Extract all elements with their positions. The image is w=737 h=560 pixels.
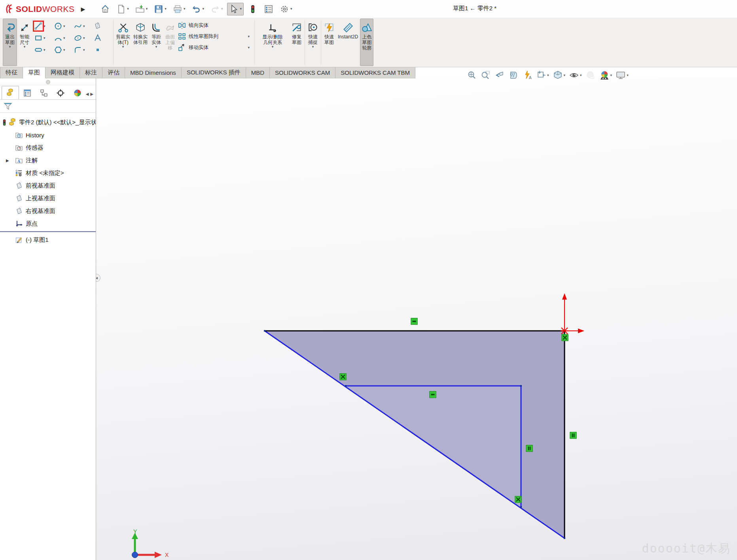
quick-snaps-button[interactable]: 快速 捕捉 ▾ <box>306 19 320 66</box>
tree-item-传感器[interactable]: 传感器 <box>0 141 96 154</box>
hide-show-items-button[interactable]: ▾ <box>569 70 582 80</box>
dropdown-arrow[interactable]: ▾ <box>44 48 45 52</box>
breadcrumb-arrow-icon[interactable]: ▶ <box>81 6 85 12</box>
plane-tool-button[interactable] <box>92 20 112 32</box>
repair-sketch-button[interactable]: 修复 草图 <box>290 19 303 66</box>
tree-item-注解[interactable]: ▶A注解 <box>0 154 96 167</box>
redo-button[interactable]: ▾ <box>208 3 225 15</box>
open-button[interactable]: ▾ <box>133 3 150 15</box>
new-document-button[interactable]: ▾ <box>114 3 131 15</box>
dropdown-arrow[interactable]: ▾ <box>184 7 186 11</box>
dropdown-arrow[interactable]: ▾ <box>580 74 582 77</box>
tab-SOLIDWORKS 插件[interactable]: SOLIDWORKS 插件 <box>182 67 246 78</box>
dropdown-arrow[interactable]: ▾ <box>63 25 65 28</box>
rapid-sketch-button[interactable]: 快速 草图 <box>322 19 336 66</box>
convert-entities-button[interactable]: 转换实 体引用 <box>132 19 149 66</box>
zoom-to-fit-button[interactable] <box>467 70 477 80</box>
line-tool-button[interactable]: ▾ <box>32 20 52 32</box>
tab-标注[interactable]: 标注 <box>80 67 102 78</box>
select-button[interactable]: ▾ <box>227 3 244 15</box>
rollback-bar[interactable] <box>0 231 96 232</box>
tree-item-材质未指定[interactable]: 材质 <未指定> <box>0 167 96 179</box>
horizontal-constraint-icon[interactable] <box>430 391 436 398</box>
view-settings-button[interactable]: ▾ <box>616 70 629 80</box>
tab-评估[interactable]: 评估 <box>102 67 125 78</box>
vertical-constraint-icon[interactable] <box>526 445 533 452</box>
section-view-button[interactable] <box>508 70 519 80</box>
arc-tool-button[interactable]: ▾ <box>52 32 72 44</box>
tab-SOLIDWORKS CAM TBM[interactable]: SOLIDWORKS CAM TBM <box>335 67 415 78</box>
save-button[interactable]: ▾ <box>152 3 169 15</box>
tree-item-上视基准面[interactable]: 上视基准面 <box>0 192 96 205</box>
dropdown-arrow[interactable]: ▾ <box>202 7 204 11</box>
dropdown-arrow[interactable]: ▾ <box>122 45 124 49</box>
offset-entities-button[interactable]: 等距 实体 ▾ <box>150 19 163 66</box>
polygon-tool-button[interactable]: ▾ <box>52 44 72 56</box>
text-tool-button[interactable] <box>92 32 112 44</box>
tree-item-part-root[interactable]: 零件2 (默认) <<默认>_显示状态 <box>0 116 96 129</box>
dropdown-arrow[interactable]: ▾ <box>312 45 314 49</box>
graphics-area[interactable]: ◀ Y X dooooit@木易 <box>96 78 737 560</box>
smart-dimension-button[interactable]: 智能 尺寸 ▾ <box>18 19 31 66</box>
tab-MBD[interactable]: MBD <box>246 67 270 78</box>
dropdown-arrow[interactable]: ▾ <box>290 7 292 11</box>
trim-entities-button[interactable]: 剪裁实 体(T) ▾ <box>115 19 131 66</box>
dropdown-arrow[interactable]: ▾ <box>9 45 11 49</box>
tab-MBD Dimensions[interactable]: MBD Dimensions <box>125 67 182 78</box>
dropdown-arrow[interactable]: ▾ <box>564 74 566 77</box>
dropdown-arrow[interactable]: ▾ <box>44 25 45 28</box>
dropdown-arrow[interactable]: ▾ <box>63 48 65 52</box>
dropdown-arrow[interactable]: ▾ <box>272 45 274 49</box>
view-orientation-button[interactable]: ▾ <box>536 70 549 80</box>
coincident-constraint-icon[interactable] <box>515 496 522 503</box>
dropdown-arrow[interactable]: ▾ <box>627 74 629 77</box>
dropdown-arrow[interactable]: ▾ <box>44 36 45 40</box>
panel-splitter-handle[interactable] <box>0 78 96 85</box>
rectangle-tool-button[interactable]: ▾ <box>32 32 52 44</box>
tree-item-sketch1[interactable]: (-) 草图1 <box>0 233 96 246</box>
vertical-constraint-icon[interactable] <box>570 432 577 439</box>
tree-item-History[interactable]: History <box>0 129 96 141</box>
tab-特征[interactable]: 特征 <box>0 67 23 78</box>
panel-tab-dimxpert-manager[interactable] <box>52 87 69 99</box>
traffic-light-button[interactable] <box>246 3 260 15</box>
linear-sketch-pattern-button[interactable]: 线性草图阵列 ▾ <box>178 32 253 41</box>
display-style-button[interactable]: ▾ <box>553 70 566 80</box>
dropdown-arrow[interactable]: ▾ <box>547 74 549 77</box>
dynamic-annotation-views-button[interactable]: A <box>522 70 532 80</box>
tree-item-原点[interactable]: 原点 <box>0 217 96 230</box>
offset-on-surface-button[interactable]: 曲面 上偏 移 <box>164 19 176 66</box>
tree-item-前视基准面[interactable]: 前视基准面 <box>0 179 96 192</box>
display-delete-relations-button[interactable]: 显示/删除 几何关系 ▾ <box>256 19 289 66</box>
dropdown-arrow[interactable]: ▾ <box>248 46 250 49</box>
dropdown-arrow[interactable]: ▾ <box>83 25 85 28</box>
shaded-sketch-contours-button[interactable]: 上色 草图 轮廓 <box>360 19 373 66</box>
dropdown-arrow[interactable]: ▾ <box>240 7 242 11</box>
feature-properties-button[interactable] <box>262 3 275 15</box>
tab-草图[interactable]: 草图 <box>23 67 45 78</box>
dropdown-arrow[interactable]: ▾ <box>165 7 167 11</box>
zoom-to-area-button[interactable] <box>481 70 491 80</box>
tab-SOLIDWORKS CAM[interactable]: SOLIDWORKS CAM <box>270 67 335 78</box>
tree-item-右视基准面[interactable]: 右视基准面 <box>0 205 96 217</box>
expand-arrow-icon[interactable]: ▶ <box>6 158 9 163</box>
panel-tab-feature-manager[interactable] <box>2 86 19 99</box>
dropdown-arrow[interactable]: ▾ <box>24 45 26 49</box>
panel-tab-configuration-manager[interactable] <box>36 87 52 99</box>
mirror-entities-button[interactable]: 镜向实体 <box>178 21 253 30</box>
circle-tool-button[interactable]: ▾ <box>52 20 72 32</box>
dropdown-arrow[interactable]: ▾ <box>248 35 250 38</box>
dropdown-arrow[interactable]: ▾ <box>155 45 157 49</box>
apply-scene-button[interactable]: ▾ <box>599 70 612 80</box>
dropdown-arrow[interactable]: ▾ <box>63 36 65 40</box>
dropdown-arrow[interactable]: ▾ <box>146 7 148 11</box>
instant2d-button[interactable]: Instant2D <box>337 19 359 66</box>
panel-tabs-next-arrow[interactable]: ▶ <box>90 92 93 96</box>
coincident-constraint-icon[interactable] <box>340 374 347 380</box>
horizontal-constraint-icon[interactable] <box>411 318 418 325</box>
tree-filter-row[interactable] <box>0 100 96 113</box>
tab-网格建模[interactable]: 网格建模 <box>45 67 80 78</box>
undo-button[interactable]: ▾ <box>189 3 206 15</box>
home-button[interactable] <box>99 3 112 15</box>
dropdown-arrow[interactable]: ▾ <box>610 74 612 77</box>
